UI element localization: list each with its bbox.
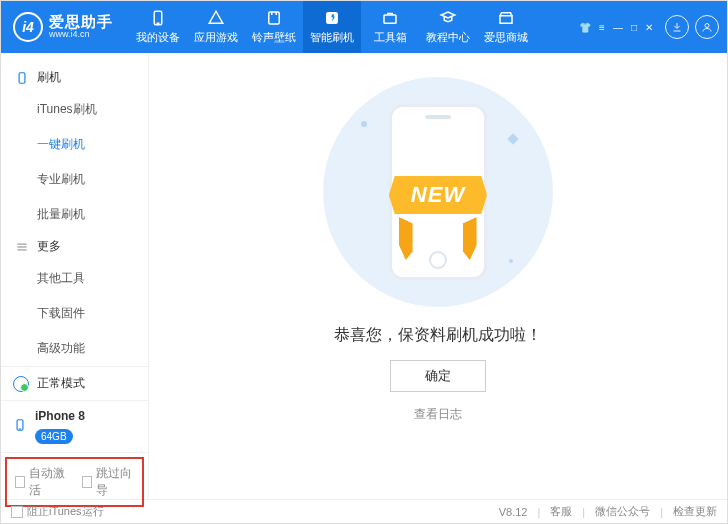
app-url: www.i4.cn: [49, 30, 113, 40]
svg-point-5: [705, 24, 709, 28]
nav-label: 应用游戏: [194, 30, 238, 45]
nav-label: 爱思商城: [484, 30, 528, 45]
checkbox-label: 跳过向导: [96, 465, 134, 499]
app-name: 爱思助手: [49, 14, 113, 31]
options-highlight: 自动激活 跳过向导: [5, 457, 144, 507]
wechat-link[interactable]: 微信公众号: [595, 504, 650, 519]
device-icon: [15, 71, 29, 85]
success-illustration: NEW: [323, 77, 553, 307]
mode-label: 正常模式: [37, 375, 85, 392]
nav-label: 铃声壁纸: [252, 30, 296, 45]
success-message: 恭喜您，保资料刷机成功啦！: [334, 325, 542, 346]
ringtone-icon: [264, 9, 284, 27]
device-name: iPhone 8: [35, 409, 85, 425]
auto-activate-checkbox[interactable]: 自动激活: [15, 465, 68, 499]
user-button[interactable]: [695, 15, 719, 39]
sidebar-item-download-fw[interactable]: 下载固件: [1, 296, 148, 331]
more-icon: [15, 240, 29, 254]
checkbox-label: 自动激活: [29, 465, 67, 499]
skin-icon[interactable]: 👕: [579, 22, 591, 33]
sidebar-item-other-tools[interactable]: 其他工具: [1, 261, 148, 296]
nav-label: 工具箱: [374, 30, 407, 45]
sidebar-item-oneclick-flash[interactable]: 一键刷机: [1, 127, 148, 162]
checkbox-label: 阻止iTunes运行: [27, 504, 104, 519]
nav-flash[interactable]: 智能刷机: [303, 1, 361, 53]
nav-label: 智能刷机: [310, 30, 354, 45]
nav-toolbox[interactable]: 工具箱: [361, 1, 419, 53]
phone-icon: [13, 415, 27, 438]
ok-button[interactable]: 确定: [390, 360, 486, 392]
header-right: 👕 ≡ — □ ✕: [579, 15, 719, 39]
nav-store[interactable]: 爱思商城: [477, 1, 535, 53]
window-controls: 👕 ≡ — □ ✕: [579, 22, 653, 33]
main-nav: 我的设备 应用游戏 铃声壁纸 智能刷机 工具箱 教程中心 爱思商城: [129, 1, 535, 53]
minimize-icon[interactable]: —: [613, 22, 623, 33]
svg-rect-3: [326, 12, 338, 24]
sidebar-group-title: 刷机: [37, 69, 61, 86]
status-dot-icon: [13, 376, 29, 392]
app-logo: i4 爱思助手 www.i4.cn: [13, 12, 113, 42]
version-label: V8.12: [499, 506, 528, 518]
sidebar-group-flash: 刷机: [1, 63, 148, 92]
check-update-link[interactable]: 检查更新: [673, 504, 717, 519]
svg-rect-6: [19, 72, 25, 83]
sidebar-item-batch-flash[interactable]: 批量刷机: [1, 197, 148, 232]
view-log-link[interactable]: 查看日志: [414, 406, 462, 423]
toolbox-icon: [380, 9, 400, 27]
menu-icon[interactable]: ≡: [599, 22, 605, 33]
device-icon: [148, 9, 168, 27]
tutorial-icon: [438, 9, 458, 27]
nav-ringtone[interactable]: 铃声壁纸: [245, 1, 303, 53]
ribbon-text: NEW: [389, 176, 487, 214]
flash-icon: [322, 9, 342, 27]
nav-label: 我的设备: [136, 30, 180, 45]
close-icon[interactable]: ✕: [645, 22, 653, 33]
title-bar: i4 爱思助手 www.i4.cn 我的设备 应用游戏 铃声壁纸 智能刷机 工具…: [1, 1, 727, 53]
apps-icon: [206, 9, 226, 27]
svg-rect-4: [384, 15, 396, 23]
sidebar-item-advanced[interactable]: 高级功能: [1, 331, 148, 366]
store-icon: [496, 9, 516, 27]
maximize-icon[interactable]: □: [631, 22, 637, 33]
svg-rect-2: [269, 12, 280, 24]
sidebar-item-pro-flash[interactable]: 专业刷机: [1, 162, 148, 197]
sidebar: 刷机 iTunes刷机 一键刷机 专业刷机 批量刷机 更多 其他工具 下载固件 …: [1, 53, 149, 499]
main-content: NEW 恭喜您，保资料刷机成功啦！ 确定 查看日志: [149, 53, 727, 499]
nav-apps[interactable]: 应用游戏: [187, 1, 245, 53]
block-itunes-checkbox[interactable]: 阻止iTunes运行: [11, 504, 104, 519]
device-mode[interactable]: 正常模式: [1, 367, 148, 401]
sidebar-group-more: 更多: [1, 232, 148, 261]
nav-my-device[interactable]: 我的设备: [129, 1, 187, 53]
nav-label: 教程中心: [426, 30, 470, 45]
sidebar-item-itunes-flash[interactable]: iTunes刷机: [1, 92, 148, 127]
new-ribbon: NEW: [389, 176, 487, 214]
connected-device[interactable]: iPhone 8 64GB: [1, 401, 148, 453]
storage-badge: 64GB: [35, 429, 73, 444]
nav-tutorial[interactable]: 教程中心: [419, 1, 477, 53]
logo-mark: i4: [13, 12, 43, 42]
sidebar-group-title: 更多: [37, 238, 61, 255]
support-link[interactable]: 客服: [550, 504, 572, 519]
skip-guide-checkbox[interactable]: 跳过向导: [82, 465, 135, 499]
download-button[interactable]: [665, 15, 689, 39]
